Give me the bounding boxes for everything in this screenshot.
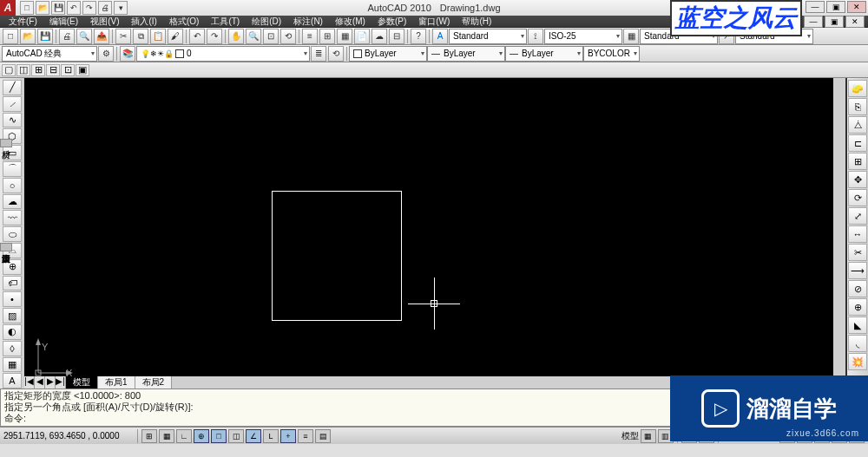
menu-file[interactable]: 文件(F) <box>3 16 43 28</box>
layer-iso-icon[interactable]: ≣ <box>311 46 326 62</box>
drawing-canvas[interactable]: Y X |◀ ◀ ▶ ▶| 模型 布局1 布局2 <box>24 78 845 388</box>
lwt-toggle[interactable]: ≡ <box>298 429 313 443</box>
trim-icon[interactable]: ✂ <box>848 244 867 261</box>
vertical-scrollbar[interactable] <box>833 78 845 376</box>
sheet-icon[interactable]: 📄 <box>354 29 370 44</box>
hatch-icon[interactable]: ▨ <box>3 308 22 323</box>
color-combo[interactable]: ByLayer <box>349 46 427 62</box>
fillet-icon[interactable]: ◟ <box>848 335 867 352</box>
qat-save-icon[interactable]: 💾 <box>51 1 65 15</box>
qat-undo-icon[interactable]: ↶ <box>67 1 81 15</box>
ellipse-icon[interactable]: ⬭ <box>3 226 22 242</box>
join-icon[interactable]: ⊕ <box>848 298 867 316</box>
palette-icon[interactable]: ▦ <box>337 29 352 44</box>
chamfer-icon[interactable]: ◣ <box>848 317 867 334</box>
textstyle-icon[interactable]: A <box>432 29 448 44</box>
design-center-icon[interactable]: ⊞ <box>319 29 335 44</box>
coordinates-display[interactable]: 2951.7119, 693.4650 , 0.0000 <box>3 431 134 441</box>
ducs-toggle[interactable]: L <box>263 429 279 443</box>
menu-insert[interactable]: 插入(I) <box>126 16 161 28</box>
menu-window[interactable]: 窗口(W) <box>413 16 455 28</box>
vp-three-icon[interactable]: ⊞ <box>31 64 45 76</box>
dimstyle-icon[interactable]: ⟟ <box>528 29 543 44</box>
ws-settings-icon[interactable]: ⚙ <box>98 46 114 62</box>
vp-join-icon[interactable]: ⊡ <box>61 64 75 76</box>
zoom-window-icon[interactable]: ⊡ <box>263 29 279 44</box>
calc-icon[interactable]: ⊟ <box>389 29 404 44</box>
save-icon[interactable]: 💾 <box>37 29 53 44</box>
undo-icon[interactable]: ↶ <box>189 29 205 44</box>
layer-combo[interactable]: 💡❄☀🔒0 <box>136 46 310 62</box>
lineweight-combo[interactable]: —ByLayer <box>505 46 583 62</box>
doc-maximize-button[interactable]: ▣ <box>825 16 844 28</box>
qat-open-icon[interactable]: 📂 <box>36 1 49 15</box>
layout-nav-first[interactable]: |◀ <box>24 376 35 388</box>
grid-toggle[interactable]: ▦ <box>159 429 174 443</box>
zoom-prev-icon[interactable]: ⟲ <box>280 29 296 44</box>
rotate-icon[interactable]: ⟳ <box>848 189 867 206</box>
circle-icon[interactable]: ○ <box>3 178 22 193</box>
tablestyle-icon[interactable]: ▦ <box>623 29 639 44</box>
menu-view[interactable]: 视图(V) <box>85 16 124 28</box>
pline-icon[interactable]: ∿ <box>3 113 22 128</box>
move-icon[interactable]: ✥ <box>848 171 867 188</box>
app-logo-icon[interactable]: A <box>0 0 16 16</box>
osnap-toggle[interactable]: □ <box>211 429 227 443</box>
polar-toggle[interactable]: ⊕ <box>194 429 209 443</box>
menu-format[interactable]: 格式(O) <box>164 16 204 28</box>
mtext-icon[interactable]: A <box>3 373 22 388</box>
layout-nav-next[interactable]: ▶ <box>45 376 56 388</box>
menu-modify[interactable]: 修改(M) <box>330 16 371 28</box>
layout-tab-model[interactable]: 模型 <box>66 376 98 388</box>
scale-icon[interactable]: ⤢ <box>848 207 867 225</box>
layout-tab-1[interactable]: 布局1 <box>98 376 135 388</box>
menu-help[interactable]: 帮助(H) <box>457 16 496 28</box>
quickview-layouts-icon[interactable]: ▦ <box>641 429 656 443</box>
vp-dialog-icon[interactable]: ▣ <box>76 64 89 76</box>
vp-two-icon[interactable]: ◫ <box>16 64 30 76</box>
menu-draw[interactable]: 绘图(D) <box>247 16 286 28</box>
layout-nav-last[interactable]: ▶| <box>56 376 66 388</box>
dim-style-combo[interactable]: ISO-25 <box>544 29 622 44</box>
markup-icon[interactable]: ☁ <box>372 29 387 44</box>
workspace-combo[interactable]: AutoCAD 经典 <box>2 46 97 62</box>
pan-icon[interactable]: ✋ <box>228 29 244 44</box>
copy-icon[interactable]: ⧉ <box>133 29 148 44</box>
spline-icon[interactable]: 〰 <box>3 210 22 225</box>
stretch-icon[interactable]: ↔ <box>848 225 867 243</box>
explode-icon[interactable]: 💥 <box>848 353 867 370</box>
menu-edit[interactable]: 编辑(E) <box>44 16 83 28</box>
break-icon[interactable]: ⊘ <box>848 280 867 297</box>
publish-icon[interactable]: 📤 <box>94 29 109 44</box>
print-icon[interactable]: 🖨 <box>59 29 75 44</box>
side-tab-settings[interactable]: 高级渲染设置 <box>0 243 12 251</box>
layout-nav-prev[interactable]: ◀ <box>35 376 45 388</box>
revcloud-icon[interactable]: ☁ <box>3 194 22 210</box>
linetype-combo[interactable]: —ByLayer <box>427 46 505 62</box>
region-icon[interactable]: ◊ <box>3 341 22 356</box>
erase-icon[interactable]: 🧽 <box>848 80 867 97</box>
block-make-icon[interactable]: 🏷 <box>3 276 22 291</box>
extend-icon[interactable]: ⟶ <box>848 262 867 279</box>
ortho-toggle[interactable]: ∟ <box>176 429 192 443</box>
help-icon[interactable]: ? <box>411 29 426 44</box>
close-button[interactable]: ✕ <box>847 1 866 13</box>
qat-dropdown-icon[interactable]: ▾ <box>114 1 128 15</box>
snap-toggle[interactable]: ⊞ <box>141 429 157 443</box>
copy-obj-icon[interactable]: ⎘ <box>848 98 867 115</box>
plotstyle-combo[interactable]: BYCOLOR <box>583 46 640 62</box>
match-icon[interactable]: 🖌 <box>168 29 183 44</box>
point-icon[interactable]: • <box>3 291 22 307</box>
open-icon[interactable]: 📂 <box>20 29 36 44</box>
preview-icon[interactable]: 🔍 <box>76 29 92 44</box>
doc-close-button[interactable]: ✕ <box>845 16 865 28</box>
arc-icon[interactable]: ⌒ <box>3 161 22 177</box>
qat-new-icon[interactable]: □ <box>20 1 34 15</box>
menu-dimension[interactable]: 标注(N) <box>288 16 328 28</box>
qat-print-icon[interactable]: 🖨 <box>98 1 112 15</box>
new-icon[interactable]: □ <box>3 29 18 44</box>
qp-toggle[interactable]: ▤ <box>315 429 331 443</box>
3dosnap-toggle[interactable]: ◫ <box>228 429 244 443</box>
xline-icon[interactable]: ⟋ <box>3 96 22 112</box>
text-style-combo[interactable]: Standard <box>449 29 527 44</box>
